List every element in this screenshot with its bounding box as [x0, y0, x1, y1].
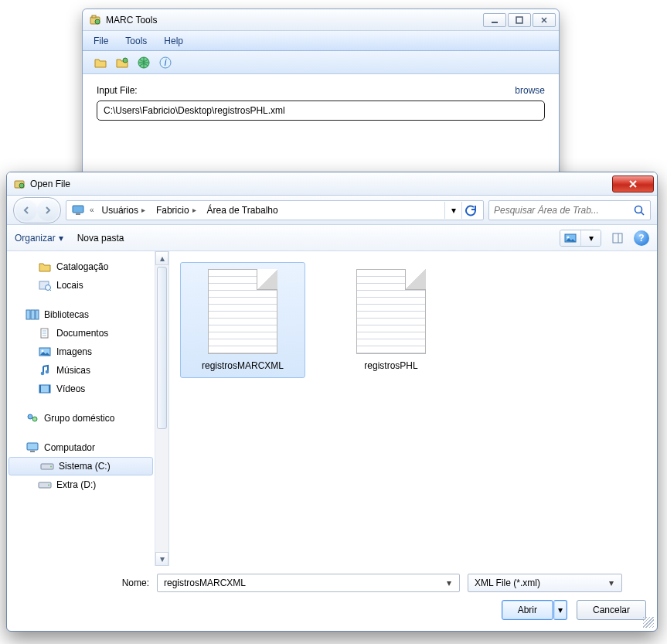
maximize-button[interactable] — [508, 13, 531, 27]
organize-label: Organizar — [15, 233, 56, 244]
menu-tools[interactable]: Tools — [125, 36, 147, 46]
tree-item-musicas[interactable]: Músicas — [7, 361, 155, 380]
svg-rect-4 — [516, 17, 522, 23]
scroll-thumb[interactable] — [157, 267, 167, 429]
minimize-button[interactable] — [483, 13, 506, 27]
info-icon[interactable]: i — [158, 56, 172, 70]
file-item-registrosphl[interactable]: registrosPHL — [328, 262, 454, 378]
file-icon — [356, 269, 426, 354]
svg-point-37 — [32, 417, 37, 421]
dialog-titlebar[interactable]: Open File — [7, 172, 657, 196]
chevron-right-icon: ▸ — [191, 206, 198, 214]
open-label: Abrir — [518, 605, 537, 615]
tree-item-imagens[interactable]: Imagens — [7, 342, 155, 361]
menu-file[interactable]: File — [94, 36, 108, 46]
breadcrumb-seg-fabricio[interactable]: Fabricio▸ — [153, 201, 201, 220]
tree-label: Imagens — [56, 346, 92, 357]
pictures-icon — [38, 345, 52, 359]
file-list[interactable]: registrosMARCXML registrosPHL — [169, 251, 657, 566]
main-menubar: File Tools Help — [83, 31, 559, 51]
tree-item-catalogacao[interactable]: Catalogação — [7, 257, 155, 276]
tree-label: Documentos — [56, 328, 108, 339]
recent-icon — [38, 278, 52, 292]
browse-link[interactable]: browse — [515, 85, 545, 96]
preview-pane-button[interactable] — [609, 232, 626, 244]
tree-item-computador[interactable]: Computador — [7, 438, 155, 457]
music-icon — [38, 363, 52, 377]
svg-rect-39 — [30, 451, 35, 452]
open-folder-alt-icon[interactable] — [115, 56, 129, 70]
nav-row: « Usuários▸ Fabricio▸ Área de Trabalho ▾ — [7, 196, 657, 225]
open-folder-icon[interactable] — [94, 56, 107, 70]
open-button-dropdown[interactable]: ▾ — [553, 600, 567, 620]
search-input[interactable] — [494, 205, 628, 216]
tree-label: Bibliotecas — [44, 309, 89, 320]
file-label: registrosPHL — [364, 360, 417, 371]
tree-label: Locais — [56, 280, 83, 291]
tree-item-bibliotecas[interactable]: Bibliotecas — [7, 305, 155, 324]
breadcrumb-seg-area[interactable]: Área de Trabalho — [204, 201, 281, 220]
svg-point-13 — [635, 206, 642, 213]
svg-rect-12 — [76, 213, 80, 215]
nav-back-button[interactable] — [15, 199, 37, 221]
breadcrumb-label: Usuários — [102, 205, 138, 216]
dialog-icon — [13, 178, 26, 190]
svg-rect-38 — [27, 443, 38, 450]
input-file-label: Input File: — [97, 85, 138, 96]
main-window-title: MARC Tools — [106, 15, 157, 26]
drive-icon — [40, 459, 54, 473]
documents-icon — [38, 326, 52, 340]
videos-icon — [38, 382, 52, 396]
svg-rect-24 — [36, 310, 39, 319]
close-button[interactable] — [533, 13, 556, 27]
resize-grip[interactable] — [643, 617, 654, 628]
tree-item-documentos[interactable]: Documentos — [7, 324, 155, 342]
menu-help[interactable]: Help — [164, 36, 183, 46]
app-icon — [89, 14, 101, 26]
scroll-down-icon[interactable]: ▾ — [155, 552, 168, 566]
breadcrumb-dropdown[interactable]: ▾ — [444, 202, 461, 219]
new-folder-button[interactable]: Nova pasta — [77, 233, 124, 244]
chevron-left-icon[interactable]: « — [88, 206, 96, 214]
tree-item-sistema-c[interactable]: Sistema (C:) — [9, 457, 153, 475]
search-box[interactable] — [488, 200, 651, 220]
dialog-bottom: Nome: registrosMARCXML ▾ XML File (*.xml… — [7, 566, 657, 631]
dialog-close-button[interactable] — [612, 175, 654, 193]
desktop-icon — [71, 203, 85, 217]
tree-scrollbar[interactable]: ▴ ▾ — [155, 251, 168, 566]
chevron-down-icon: ▾ — [442, 578, 456, 588]
svg-rect-23 — [31, 310, 35, 319]
filetype-combo[interactable]: XML File (*.xml) ▾ — [468, 574, 622, 592]
tree-label: Grupo doméstico — [44, 413, 114, 424]
globe-icon[interactable] — [137, 56, 151, 70]
chevron-down-icon: ▾ — [604, 578, 618, 588]
filename-label: Nome: — [18, 578, 149, 588]
filename-combo[interactable]: registrosMARCXML ▾ — [157, 574, 460, 592]
tree-label: Computador — [44, 442, 95, 453]
organize-menu[interactable]: Organizar ▾ — [15, 233, 63, 244]
refresh-button[interactable] — [461, 202, 478, 219]
main-titlebar[interactable]: MARC Tools — [83, 9, 559, 31]
view-mode-button[interactable]: ▾ — [560, 230, 601, 247]
tree-item-grupo[interactable]: Grupo doméstico — [7, 409, 155, 428]
open-button[interactable]: Abrir — [502, 600, 553, 620]
tree-item-videos[interactable]: Vídeos — [7, 380, 155, 398]
file-item-registrosmarcxml[interactable]: registrosMARCXML — [180, 262, 305, 378]
tree-item-extra-d[interactable]: Extra (D:) — [7, 475, 155, 494]
tree-label: Vídeos — [56, 383, 85, 394]
breadcrumb-label: Área de Trabalho — [207, 205, 278, 216]
computer-icon — [26, 441, 39, 455]
scroll-up-icon[interactable]: ▴ — [155, 251, 168, 265]
breadcrumb-seg-usuarios[interactable]: Usuários▸ — [99, 201, 150, 220]
nav-forward-button[interactable] — [37, 199, 59, 221]
svg-rect-22 — [26, 310, 30, 319]
svg-point-31 — [41, 372, 45, 376]
main-toolbar: i — [83, 51, 559, 74]
input-file-field[interactable] — [97, 101, 545, 121]
cancel-button[interactable]: Cancelar — [577, 600, 646, 620]
search-icon[interactable] — [633, 204, 645, 216]
svg-rect-34 — [39, 385, 41, 393]
tree-item-locais[interactable]: Locais — [7, 276, 155, 295]
help-button[interactable]: ? — [634, 230, 649, 246]
breadcrumb[interactable]: « Usuários▸ Fabricio▸ Área de Trabalho ▾ — [66, 200, 484, 220]
